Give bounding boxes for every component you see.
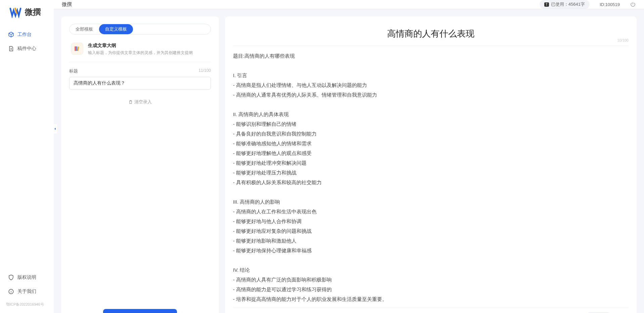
svg-rect-2: [76, 46, 77, 51]
logo: 微撰: [0, 6, 54, 28]
nav-item-workbench[interactable]: 工作台: [3, 28, 50, 41]
brand-name: 微撰: [25, 7, 41, 17]
info-icon: [8, 289, 14, 295]
title-label: 标题: [69, 68, 78, 74]
nav-label: 工作台: [17, 32, 32, 38]
template-card: 生成文章大纲 输入标题，为你提供文章主体的灵感，并为其创建推文提纲: [69, 39, 211, 62]
nav-label: 版权说明: [17, 274, 36, 280]
user-id: ID:100519: [600, 2, 620, 7]
svg-rect-3: [77, 47, 79, 51]
tabs: 全部模板 自定义模板: [69, 24, 211, 35]
sidebar: 微撰 工作台 稿件中心 版权说明: [0, 0, 54, 313]
collapse-handle[interactable]: [53, 124, 57, 134]
nav: 工作台 稿件中心: [0, 28, 54, 271]
nav-label: 稿件中心: [17, 46, 36, 52]
nav-item-copyright[interactable]: 版权说明: [3, 271, 50, 284]
generate-button[interactable]: 生成内容: [103, 309, 177, 313]
template-title: 生成文章大纲: [88, 43, 193, 49]
title-counter: 11/100: [198, 68, 211, 74]
logo-icon: [9, 6, 21, 18]
main: 微撰 T 已使用：45641字 ID:100519 全部模板 自定义模板: [54, 0, 644, 313]
output-panel: 高情商的人有什么表现 10/100 题目:高情商的人有哪些表现 I. 引言 - …: [225, 16, 637, 313]
usage-badge: T: [544, 2, 549, 7]
output-body: 题目:高情商的人有哪些表现 I. 引言 - 高情商是指人们处理情绪、与他人互动以…: [233, 51, 629, 304]
tab-all-templates[interactable]: 全部模板: [70, 24, 99, 34]
footer-nav: 版权说明 关于我们: [0, 271, 54, 299]
topbar: 微撰 T 已使用：45641字 ID:100519: [54, 0, 644, 9]
cube-icon: [8, 32, 14, 38]
trash-icon: [128, 100, 133, 104]
input-panel: 全部模板 自定义模板 生成文章大纲 输入标题，为你提供文章主体的灵感，并为其创建…: [61, 16, 219, 313]
nav-item-about[interactable]: 关于我们: [3, 285, 50, 298]
tab-custom-templates[interactable]: 自定义模板: [99, 24, 133, 34]
nav-item-drafts[interactable]: 稿件中心: [3, 42, 50, 55]
books-icon: [71, 43, 83, 55]
chevron-left-icon: [53, 127, 57, 131]
power-icon[interactable]: [630, 1, 636, 7]
template-desc: 输入标题，为你提供文章主体的灵感，并为其创建推文提纲: [88, 50, 193, 56]
svg-rect-1: [75, 46, 76, 51]
usage-text: 已使用：45641字: [551, 1, 585, 7]
shield-icon: [8, 274, 14, 280]
document-icon: [8, 46, 14, 52]
usage-pill: T 已使用：45641字: [540, 0, 590, 9]
page-title: 微撰: [62, 1, 72, 8]
nav-label: 关于我们: [17, 289, 36, 295]
clear-input-link[interactable]: 清空录入: [69, 96, 211, 108]
output-title-counter: 10/100: [617, 38, 629, 42]
icp-text: 鄂ICP备2022016946号: [0, 299, 54, 307]
output-title: 高情商的人有什么表现: [233, 28, 629, 40]
title-input[interactable]: [69, 77, 211, 90]
